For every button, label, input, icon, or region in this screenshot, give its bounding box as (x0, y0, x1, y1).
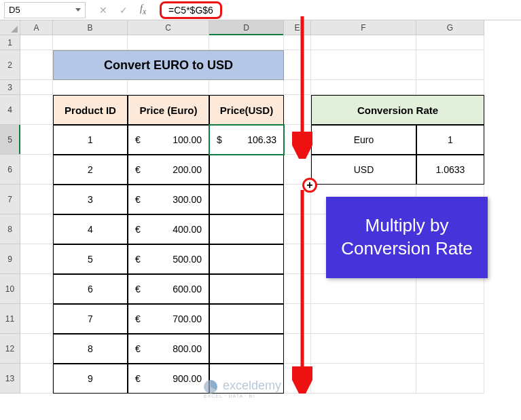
cell[interactable] (284, 50, 311, 80)
cell[interactable] (284, 364, 311, 394)
cell[interactable] (20, 304, 53, 334)
fx-icon[interactable]: fx (140, 3, 146, 16)
table-row[interactable]: €400.00 (128, 214, 209, 244)
table-row[interactable] (209, 334, 284, 364)
cell[interactable] (311, 80, 416, 95)
row-header-2[interactable]: 2 (0, 50, 20, 80)
col-header-G[interactable]: G (416, 20, 484, 35)
cell[interactable] (311, 274, 416, 304)
cell[interactable] (284, 95, 311, 125)
row-header-3[interactable]: 3 (0, 80, 20, 95)
col-header-C[interactable]: C (128, 20, 209, 35)
conv-header[interactable]: Conversion Rate (311, 95, 484, 125)
cell[interactable] (284, 304, 311, 334)
formula-input[interactable]: =C5*$G$6 (156, 3, 226, 17)
table-row[interactable] (209, 274, 284, 304)
cell[interactable] (20, 244, 53, 274)
cell[interactable] (20, 334, 53, 364)
cell[interactable] (20, 185, 53, 214)
row-header-7[interactable]: 7 (0, 185, 20, 214)
cell[interactable] (284, 244, 311, 274)
chevron-down-icon[interactable] (75, 8, 81, 12)
row-header-1[interactable]: 1 (0, 35, 20, 50)
cell[interactable] (20, 125, 53, 155)
title-cell[interactable]: Convert EURO to USD (53, 50, 284, 80)
col-header-B[interactable]: B (53, 20, 128, 35)
col-header-F[interactable]: F (311, 20, 416, 35)
conv-value[interactable]: 1 (416, 125, 484, 155)
row-header-9[interactable]: 9 (0, 244, 20, 274)
cell[interactable] (416, 364, 484, 394)
cell[interactable] (128, 80, 209, 95)
conv-label[interactable]: Euro (311, 125, 416, 155)
row-header-5[interactable]: 5 (0, 125, 20, 155)
cell[interactable] (284, 125, 311, 155)
cell[interactable] (20, 95, 53, 125)
table-row[interactable]: 7 (53, 304, 128, 334)
cell[interactable] (284, 80, 311, 95)
col-header-A[interactable]: A (20, 20, 53, 35)
table-row[interactable]: 9 (53, 364, 128, 394)
cell[interactable] (416, 304, 484, 334)
cell[interactable] (416, 80, 484, 95)
table-row[interactable] (209, 185, 284, 214)
cell[interactable] (284, 35, 311, 50)
cell[interactable] (20, 50, 53, 80)
row-header-10[interactable]: 10 (0, 274, 20, 304)
col-header-D[interactable]: D (209, 20, 284, 35)
cell[interactable] (284, 334, 311, 364)
table-row[interactable]: €800.00 (128, 334, 209, 364)
cell[interactable] (416, 334, 484, 364)
table-header[interactable]: Product ID (53, 95, 128, 125)
cell[interactable] (311, 304, 416, 334)
cell[interactable] (311, 50, 416, 80)
cell[interactable] (128, 35, 209, 50)
table-header[interactable]: Price (Euro) (128, 95, 209, 125)
table-header[interactable]: Price(USD) (209, 95, 284, 125)
row-header-6[interactable]: 6 (0, 155, 20, 185)
cell[interactable] (311, 334, 416, 364)
cell[interactable] (20, 274, 53, 304)
row-header-11[interactable]: 11 (0, 304, 20, 334)
table-row[interactable]: €200.00 (128, 155, 209, 185)
conv-value[interactable]: 1.0633 (416, 155, 484, 185)
row-header-8[interactable]: 8 (0, 214, 20, 244)
selected-cell[interactable]: $106.33 (209, 125, 284, 155)
cell[interactable] (284, 274, 311, 304)
cell[interactable] (416, 274, 484, 304)
cell[interactable] (416, 35, 484, 50)
table-row[interactable]: 8 (53, 334, 128, 364)
cell[interactable] (20, 35, 53, 50)
table-row[interactable]: 5 (53, 244, 128, 274)
cell[interactable] (20, 214, 53, 244)
cell[interactable] (284, 214, 311, 244)
table-row[interactable]: €100.00 (128, 125, 209, 155)
table-row[interactable] (209, 304, 284, 334)
table-row[interactable] (209, 214, 284, 244)
cell[interactable] (209, 80, 284, 95)
cell[interactable] (20, 155, 53, 185)
col-header-E[interactable]: E (284, 20, 311, 35)
confirm-icon[interactable]: ✓ (120, 5, 128, 16)
row-header-12[interactable]: 12 (0, 334, 20, 364)
cell[interactable] (311, 364, 416, 394)
row-header-13[interactable]: 13 (0, 364, 20, 394)
name-box[interactable]: D5 (4, 2, 86, 18)
cell[interactable] (20, 364, 53, 394)
cell[interactable] (20, 80, 53, 95)
table-row[interactable] (209, 155, 284, 185)
table-row[interactable]: 6 (53, 274, 128, 304)
cell[interactable] (53, 35, 128, 50)
table-row[interactable]: €300.00 (128, 185, 209, 214)
table-row[interactable]: 4 (53, 214, 128, 244)
cell[interactable] (416, 50, 484, 80)
cancel-icon[interactable]: ✕ (99, 5, 107, 16)
cell[interactable] (209, 35, 284, 50)
table-row[interactable]: 1 (53, 125, 128, 155)
table-row[interactable]: 3 (53, 185, 128, 214)
table-row[interactable]: €600.00 (128, 274, 209, 304)
table-row[interactable] (209, 244, 284, 274)
table-row[interactable]: €500.00 (128, 244, 209, 274)
row-header-4[interactable]: 4 (0, 95, 20, 125)
table-row[interactable]: €900.00 (128, 364, 209, 394)
